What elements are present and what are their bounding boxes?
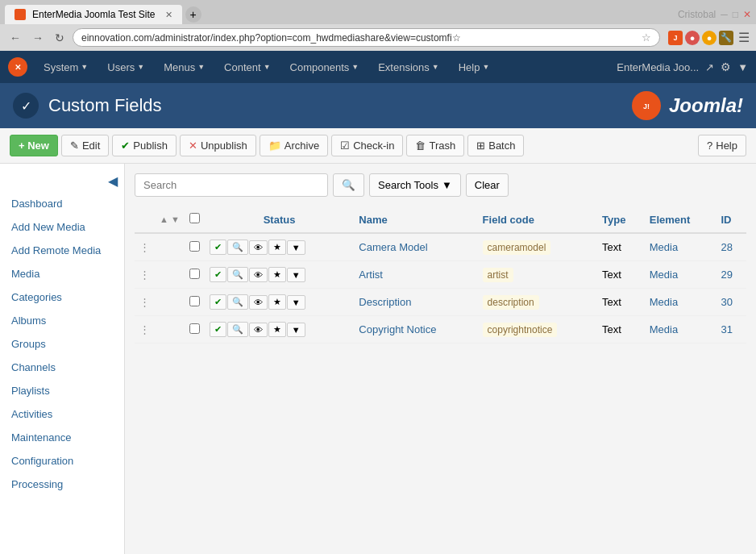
maximize-icon[interactable]: □ [733,9,738,20]
forward-button[interactable]: → [29,30,47,46]
sidebar-item-add-remote-media[interactable]: Add Remote Media [0,239,124,262]
sidebar-item-configuration[interactable]: Configuration [0,449,124,473]
menu-icon[interactable]: ☰ [738,30,750,45]
row-checkbox-cell[interactable] [185,289,205,316]
status-check-button[interactable]: ✔ [210,322,226,337]
row-checkbox[interactable] [189,269,200,279]
browser-tab[interactable]: EnterMedia Joomla Test Site ✕ [5,5,182,24]
field-name-link[interactable]: Camera Model [359,241,427,253]
ext-icon-2[interactable]: ● [685,31,700,45]
drag-handle-icon[interactable]: ⋮ [139,296,150,308]
status-eye-button[interactable]: 👁 [249,268,268,282]
select-all-checkbox[interactable] [189,213,200,223]
url-box[interactable]: einnovation.com/administrator/index.php?… [73,28,660,47]
ext-icon-1[interactable]: J [668,31,683,45]
sidebar-item-categories[interactable]: Categories [0,285,124,309]
nav-extensions[interactable]: Extensions ▼ [368,51,449,83]
clear-button[interactable]: Clear [466,173,509,197]
status-more-button[interactable]: ▼ [287,323,305,337]
status-check-button[interactable]: ✔ [210,267,226,282]
status-star-button[interactable]: ★ [268,294,286,310]
row-field-code-cell: description [478,289,597,316]
minimize-icon[interactable]: ─ [721,9,728,20]
search-input[interactable] [135,173,328,197]
status-check-button[interactable]: ✔ [210,240,226,255]
tab-favicon [15,9,26,20]
nav-menus[interactable]: Menus ▼ [154,51,214,83]
site-name[interactable]: EnterMedia Joo... [617,61,699,73]
th-type[interactable]: Type [597,206,645,233]
sidebar-item-add-new-media[interactable]: Add New Media [0,215,124,239]
publish-button[interactable]: ✔ Publish [112,135,177,156]
search-tools-button[interactable]: Search Tools ▼ [369,173,461,197]
reload-button[interactable]: ↻ [52,30,68,46]
drag-handle-icon[interactable]: ⋮ [139,323,150,335]
status-eye-button[interactable]: 👁 [249,295,268,310]
sidebar-item-albums[interactable]: Albums [0,309,124,332]
status-eye-button[interactable]: 👁 [249,323,268,337]
row-checkbox-cell[interactable] [185,233,205,261]
batch-button[interactable]: ⊞ Batch [467,135,524,156]
th-field-code[interactable]: Field code [478,206,597,233]
row-checkbox-cell[interactable] [185,261,205,289]
status-more-button[interactable]: ▼ [287,268,305,282]
ext-icon-3[interactable]: ● [702,31,717,45]
help-button[interactable]: ? Help [698,135,746,156]
nav-components[interactable]: Components ▼ [280,51,369,83]
tab-close-icon[interactable]: ✕ [165,10,172,20]
th-id[interactable]: ID [716,206,746,233]
sort-down-icon[interactable]: ▼ [171,215,180,224]
nav-users[interactable]: Users ▼ [98,51,154,83]
sidebar-item-dashboard[interactable]: Dashboard [0,192,124,215]
trash-button[interactable]: 🗑 Trash [406,135,464,156]
sidebar-item-processing[interactable]: Processing [0,473,124,496]
status-star-button[interactable]: ★ [268,267,286,282]
row-checkbox[interactable] [189,323,200,334]
archive-button[interactable]: 📁 Archive [260,135,328,156]
new-button[interactable]: + New [10,135,58,156]
edit-button[interactable]: ✎ Edit [61,135,109,156]
sidebar-item-media[interactable]: Media [0,262,124,285]
th-name[interactable]: Name [354,206,477,233]
status-search-button[interactable]: 🔍 [227,267,248,282]
th-element[interactable]: Element [645,206,717,233]
bookmark-icon[interactable]: ☆ [642,31,651,44]
nav-content[interactable]: Content ▼ [214,51,280,83]
status-star-button[interactable]: ★ [268,240,286,255]
sidebar-item-activities[interactable]: Activities [0,402,124,426]
sort-up-icon[interactable]: ▲ [160,215,168,224]
sidebar-item-maintenance[interactable]: Maintenance [0,426,124,449]
sidebar-item-groups[interactable]: Groups [0,332,124,356]
status-search-button[interactable]: 🔍 [227,322,248,337]
drag-handle-icon[interactable]: ⋮ [139,269,150,281]
th-checkbox[interactable] [185,206,205,233]
field-name-link[interactable]: Artist [359,269,383,281]
field-name-link[interactable]: Copyright Notice [359,323,436,335]
new-tab-button[interactable]: + [185,6,201,23]
row-checkbox[interactable] [189,296,200,306]
status-search-button[interactable]: 🔍 [227,240,248,255]
nav-help[interactable]: Help ▼ [449,51,500,83]
field-name-link[interactable]: Description [359,296,411,308]
back-button[interactable]: ← [6,30,24,46]
sidebar-item-playlists[interactable]: Playlists [0,379,124,402]
sidebar-item-channels[interactable]: Channels [0,356,124,379]
settings-gear-icon[interactable]: ⚙ [721,60,731,73]
nav-system[interactable]: System ▼ [34,51,98,83]
checkin-button[interactable]: ☑ Check-in [331,135,403,156]
row-checkbox-cell[interactable] [185,316,205,344]
row-checkbox[interactable] [189,241,200,252]
unpublish-button[interactable]: ✕ Unpublish [180,135,256,156]
status-search-button[interactable]: 🔍 [227,294,248,310]
status-star-button[interactable]: ★ [268,322,286,337]
sidebar-collapse-icon[interactable]: ◀ [108,173,118,189]
search-button[interactable]: 🔍 [333,173,364,197]
status-check-button[interactable]: ✔ [210,294,226,310]
status-eye-button[interactable]: 👁 [249,240,268,255]
status-more-button[interactable]: ▼ [287,295,305,310]
drag-handle-icon[interactable]: ⋮ [139,241,150,253]
ext-icon-4[interactable]: 🔧 [719,31,733,45]
status-more-button[interactable]: ▼ [287,240,305,255]
th-status[interactable]: Status [205,206,355,233]
close-icon[interactable]: ✕ [743,9,751,20]
